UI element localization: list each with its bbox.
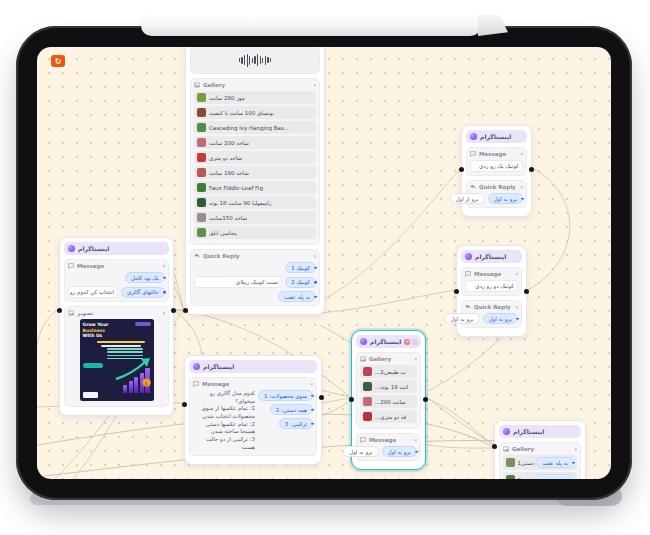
node-image-message[interactable]: اینستاگرام Message ▾ یک نود کامل انتخاب … (59, 237, 174, 416)
connector-dot[interactable] (414, 449, 419, 454)
wire[interactable] (320, 290, 456, 313)
chevron-down-icon[interactable]: ▾ (162, 311, 165, 316)
gallery-item[interactable]: بنجامین ابلق (194, 226, 316, 239)
connector-dot[interactable] (313, 265, 318, 270)
choice-badge[interactable]: ترکیبی: 3 (279, 418, 313, 429)
chevron-down-icon[interactable]: ▾ (414, 357, 417, 362)
connector-dot[interactable] (310, 407, 315, 412)
connector-dot[interactable] (313, 294, 318, 299)
node-header[interactable]: اینستاگرام (461, 250, 522, 263)
chevron-down-icon[interactable]: ▾ (310, 382, 313, 387)
node-quick2[interactable]: اینستاگرام Message ▾ کوئیک دو رو زدی Qui… (456, 245, 527, 337)
flow-canvas[interactable]: ↻ Gallery ▾ (37, 47, 611, 479)
choice-badge[interactable]: همه دستی: 2 (270, 404, 313, 415)
quick-reply-pill[interactable]: برو از اول (450, 193, 485, 204)
poster-image[interactable]: Grow Your Business With Us (80, 319, 154, 401)
node-header[interactable]: اینستاگرام (466, 130, 527, 143)
input-port[interactable] (57, 308, 62, 313)
quick-reply-pill[interactable]: به پله عقب (278, 291, 316, 302)
chevron-down-icon[interactable]: ▾ (520, 152, 523, 157)
quick-reply-pill[interactable]: برو به اول (444, 313, 479, 324)
output-port[interactable] (524, 289, 529, 294)
gallery-item[interactable]: ...سانت 200 (360, 395, 417, 408)
gallery-item[interactable]: Cascading Ivy Hanging Bas... (194, 121, 316, 134)
connector-dot[interactable] (313, 280, 318, 285)
gallery-item-pill[interactable]: به پله عقب (536, 457, 574, 468)
chevron-down-icon[interactable]: ▾ (313, 254, 316, 259)
gallery-item[interactable]: ...انت 18 بوته (360, 380, 417, 393)
message-text-input[interactable]: کوئیک دو رو زدی (465, 280, 518, 292)
chevron-down-icon[interactable]: ▾ (520, 185, 523, 190)
chevron-down-icon[interactable]: ▾ (313, 83, 316, 88)
choice-badge[interactable]: منوی محصولات: 1 (258, 390, 313, 401)
gallery-item[interactable]: Faux Fiddle-Leaf Fig (194, 181, 316, 194)
message-badge[interactable]: حالتهای گالری (121, 287, 165, 298)
message-badge[interactable]: یک نود کامل (125, 272, 165, 283)
connector-dot[interactable] (162, 290, 167, 295)
connector-dot[interactable] (310, 421, 315, 426)
input-port[interactable] (349, 397, 354, 402)
gallery-item[interactable]: شاخه 150سانت (194, 211, 316, 224)
chevron-down-icon[interactable]: ▾ (515, 305, 518, 310)
chevron-down-icon[interactable]: ▾ (515, 272, 518, 277)
message-text[interactable]: کدوم مدل گالری رو میخوای؟ 1: تمام عکسها … (193, 390, 255, 452)
quick-reply-pill[interactable]: برو به اول (488, 193, 523, 204)
wire[interactable] (320, 168, 461, 301)
output-port[interactable] (529, 167, 534, 172)
wire[interactable] (528, 168, 570, 290)
quick-reply-pill[interactable]: کوییک 1 (285, 262, 316, 273)
gallery-item[interactable]: زامیفولیا 90 سانت 18 بوته (194, 196, 316, 209)
gallery-item-pill[interactable]: برو به عقب (535, 474, 574, 479)
node-selected-gallery[interactable]: اینستاگرام Gallery ▾ (351, 330, 426, 470)
chevron-down-icon[interactable]: ▾ (414, 438, 417, 443)
gallery-section-label: Gallery (203, 82, 225, 88)
trash-icon[interactable] (404, 339, 410, 345)
node-header[interactable]: اینستاگرام (499, 425, 581, 438)
connector-dot[interactable] (515, 316, 520, 321)
wire[interactable] (320, 398, 351, 403)
message-pill[interactable]: برو به اول (382, 446, 417, 457)
input-port[interactable] (492, 444, 497, 449)
node-quick1[interactable]: اینستاگرام Message ▾ کوئیک یک رو زدی Qui… (461, 125, 532, 217)
app-logo-icon[interactable]: ↻ (51, 55, 65, 67)
quick-reply-input[interactable]: تست کوییک ریپلای (194, 276, 282, 288)
input-port[interactable] (182, 402, 187, 407)
message-text-input[interactable]: انتخاب کن کدوم رو میخوای؟ (68, 286, 118, 298)
node-header[interactable]: اینستاگرام (189, 360, 317, 373)
message-text-input[interactable]: کوئیک یک رو زدی (470, 160, 523, 172)
gallery-item[interactable]: موز 280 سانت (194, 91, 316, 104)
gallery-item[interactable]: شاخه 200 سانت (194, 136, 316, 149)
connector-dot[interactable] (162, 275, 167, 280)
duplicate-icon[interactable] (412, 339, 418, 345)
connector-dot[interactable] (310, 393, 315, 398)
connector-dot[interactable] (520, 196, 525, 201)
wire[interactable] (37, 310, 57, 345)
gallery-item[interactable]: حالت دستی1 به پله عقب (503, 455, 577, 470)
gallery-item[interactable]: ...ب طبیعی2 (360, 365, 417, 378)
chevron-down-icon[interactable]: ▾ (162, 264, 165, 269)
quick-reply-pill[interactable]: برو به اول (483, 313, 518, 324)
output-port[interactable] (171, 308, 176, 313)
gallery-item[interactable]: بونسای 100 سانت با کیفیت (194, 106, 316, 119)
wire[interactable] (418, 443, 492, 448)
input-port[interactable] (459, 167, 464, 172)
node-header[interactable]: اینستاگرام (356, 335, 421, 348)
gallery-item[interactable]: ...قه دو متری (360, 410, 417, 423)
input-port[interactable] (183, 308, 188, 313)
gallery-item[interactable]: شاخه دو متری (194, 151, 316, 164)
quick-reply-pill[interactable]: کوییک 2 (285, 277, 316, 288)
output-port[interactable] (423, 397, 428, 402)
gallery-item[interactable]: شاخه 180 سانت (194, 166, 316, 179)
connector-dot[interactable] (571, 460, 576, 465)
audio-player-box[interactable] (190, 47, 320, 74)
message-pill[interactable]: برو به اول (343, 446, 378, 457)
connector-dot[interactable] (571, 477, 576, 479)
node-gallery-choice[interactable]: اینستاگرام Message ▾ کدوم مدل گالری رو م… (184, 355, 322, 465)
chevron-down-icon[interactable]: ▾ (574, 447, 577, 452)
input-port[interactable] (454, 289, 459, 294)
output-port[interactable] (319, 395, 324, 400)
node-header[interactable]: اینستاگرام (64, 242, 169, 255)
gallery-item[interactable]: دستی2 برو به عقب (503, 472, 577, 479)
node-manual-gallery[interactable]: اینستاگرام Gallery ▾ حالت دستی1 (494, 420, 586, 479)
node-main-gallery[interactable]: Gallery ▾ موز 280 سانت (185, 47, 325, 315)
